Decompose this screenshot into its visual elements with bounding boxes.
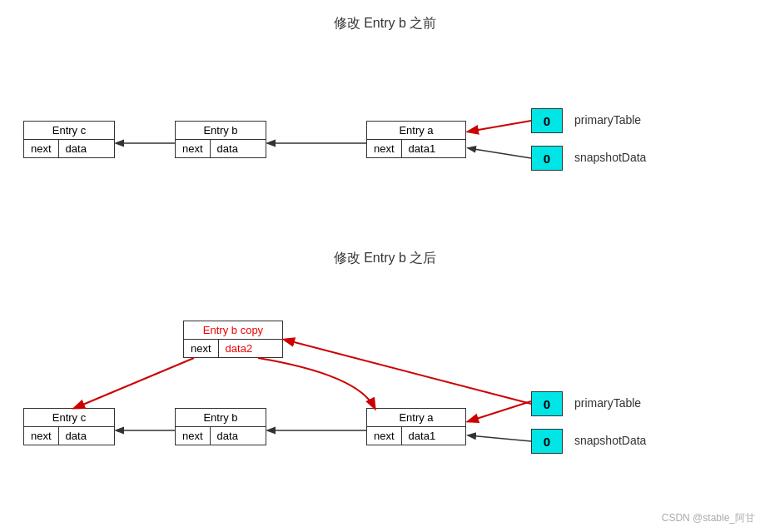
bottom-entry-b-next: next — [176, 427, 211, 445]
bottom-primary-table-label: primaryTable — [574, 396, 641, 410]
bottom-entry-b-copy: Entry b copy next data2 — [183, 321, 283, 358]
bottom-snapshot-label: snapshotData — [574, 434, 646, 447]
bottom-entry-b: Entry b next data — [175, 408, 266, 445]
svg-line-4 — [285, 340, 531, 404]
bottom-entry-b-copy-next: next — [184, 340, 219, 357]
top-entry-b-label: Entry b — [176, 122, 266, 140]
top-snapshot-box: 0 — [531, 146, 563, 171]
top-entry-b-next: next — [176, 140, 211, 157]
bottom-title: 修改 Entry b 之后 — [0, 250, 770, 267]
svg-line-8 — [469, 401, 531, 421]
bottom-entry-a-data: data1 — [402, 427, 443, 445]
top-primary-table-label: primaryTable — [574, 113, 641, 127]
top-snapshot-value: 0 — [544, 152, 550, 166]
bottom-primary-table-value: 0 — [544, 397, 550, 411]
top-primary-table-box: 0 — [531, 108, 563, 133]
watermark: CSDN @stable_阿甘 — [662, 511, 755, 525]
bottom-entry-b-data: data — [211, 427, 245, 445]
bottom-snapshot-box: 0 — [531, 429, 563, 454]
svg-line-2 — [469, 121, 531, 132]
top-entry-a-data: data1 — [402, 140, 443, 157]
diagram-container: 修改 Entry b 之前 Entry c next data Entry b … — [0, 0, 770, 532]
bottom-snapshot-value: 0 — [544, 435, 550, 449]
top-entry-c-next: next — [24, 140, 59, 157]
bottom-entry-c-label: Entry c — [24, 409, 114, 427]
svg-line-5 — [75, 358, 194, 408]
top-primary-table-value: 0 — [544, 114, 550, 128]
svg-line-9 — [469, 435, 531, 441]
bottom-entry-a-label: Entry a — [367, 409, 465, 427]
bottom-entry-b-copy-data: data2 — [219, 340, 260, 357]
top-entry-c-label: Entry c — [24, 122, 114, 140]
bottom-entry-a-next: next — [367, 427, 402, 445]
bottom-entry-c-next: next — [24, 427, 59, 445]
bottom-entry-b-label: Entry b — [176, 409, 266, 427]
top-entry-c: Entry c next data — [23, 121, 115, 158]
bottom-primary-table-box: 0 — [531, 391, 563, 416]
top-entry-a-next: next — [367, 140, 402, 157]
top-entry-c-data: data — [59, 140, 93, 157]
top-snapshot-label: snapshotData — [574, 151, 646, 164]
top-title: 修改 Entry b 之前 — [0, 15, 770, 32]
svg-line-3 — [469, 148, 531, 158]
top-entry-a-label: Entry a — [367, 122, 465, 140]
bottom-entry-c-data: data — [59, 427, 93, 445]
bottom-entry-b-copy-label: Entry b copy — [184, 321, 282, 340]
top-entry-a: Entry a next data1 — [366, 121, 466, 158]
bottom-entry-a: Entry a next data1 — [366, 408, 466, 445]
bottom-entry-c: Entry c next data — [23, 408, 115, 445]
top-entry-b-data: data — [211, 140, 245, 157]
top-entry-b: Entry b next data — [175, 121, 266, 158]
